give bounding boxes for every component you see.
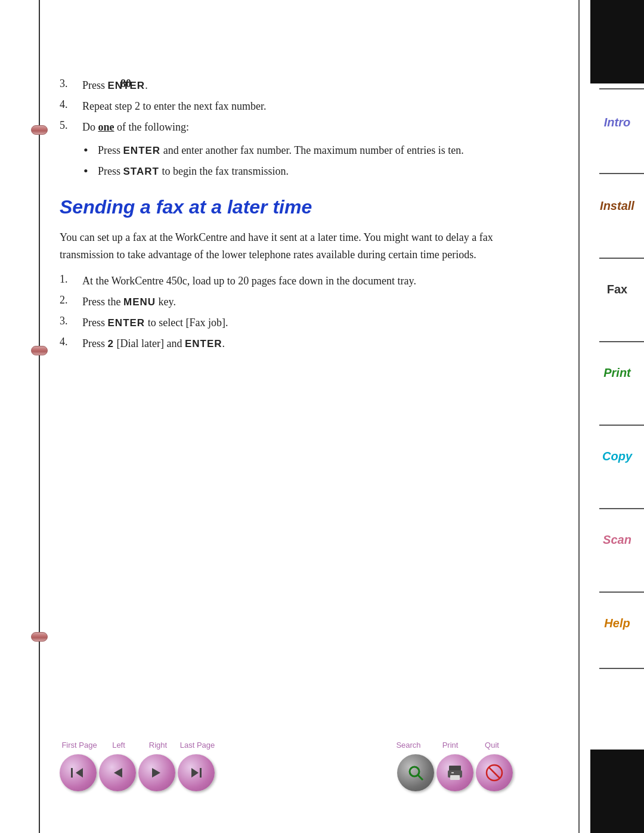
step-3-num: 3.	[60, 78, 76, 90]
quit-icon	[485, 763, 504, 782]
numbered-step-2-text: Press the MENU key.	[82, 294, 176, 310]
numbered-steps: 1. At the WorkCentre 450c, load up to 20…	[60, 273, 513, 352]
numbered-step-4-num: 4.	[60, 336, 76, 348]
sidebar-tab-copy[interactable]: Copy	[590, 429, 644, 483]
binder-rings	[0, 0, 54, 833]
tab-line-intro-bottom	[599, 173, 644, 174]
search-label: Search	[396, 741, 420, 750]
bullet-2: • Press START to begin the fax transmiss…	[83, 163, 513, 179]
last-page-label: Last Page	[180, 741, 215, 750]
svg-marker-4	[191, 768, 199, 778]
step-3: 3. Press ENTER.	[60, 78, 513, 94]
last-page-icon	[188, 766, 205, 779]
step-4: 4. Repeat step 2 to enter the next fax n…	[60, 98, 513, 114]
sidebar-tab-intro[interactable]: Intro	[590, 95, 644, 149]
numbered-step-4-text: Press 2 [Dial later] and ENTER.	[82, 336, 225, 352]
right-sidebar: Intro Install Fax Print Copy Scan Help	[578, 0, 644, 833]
search-button[interactable]	[397, 754, 434, 791]
sidebar-bottom-block	[590, 750, 644, 833]
fax-tab-label: Fax	[607, 283, 627, 296]
ring-top	[31, 125, 48, 135]
print-label: Print	[442, 741, 459, 750]
nav-buttons-row	[60, 754, 513, 791]
numbered-step-2-num: 2.	[60, 294, 76, 306]
numbered-step-1-num: 1.	[60, 273, 76, 286]
bullet-2-text: Press START to begin the fax transmissio…	[98, 163, 289, 179]
step-3-text: Press ENTER.	[82, 78, 148, 94]
left-label: Left	[112, 741, 125, 750]
step-4-text: Repeat step 2 to enter the next fax numb…	[82, 98, 266, 114]
first-page-button[interactable]	[60, 754, 97, 791]
ring-bottom	[31, 632, 48, 642]
svg-rect-10	[450, 775, 460, 780]
nav-bar: First Page Left Right Last Page Search P…	[60, 738, 513, 791]
section-heading: Sending a fax at a later time	[60, 196, 513, 218]
quit-label: Quit	[485, 741, 499, 750]
numbered-step-1: 1. At the WorkCentre 450c, load up to 20…	[60, 273, 513, 289]
numbered-step-1-text: At the WorkCentre 450c, load up to 20 pa…	[82, 273, 416, 289]
tab-line-intro-top	[599, 88, 644, 89]
help-tab-label: Help	[604, 617, 630, 630]
tab-line-scan-bottom	[599, 592, 644, 593]
left-button[interactable]	[99, 754, 136, 791]
numbered-step-4: 4. Press 2 [Dial later] and ENTER.	[60, 336, 513, 352]
tab-line-print-bottom	[599, 425, 644, 426]
bullet-1-text: Press ENTER and enter another fax number…	[98, 143, 464, 159]
tab-line-install-bottom	[599, 258, 644, 259]
svg-marker-3	[152, 768, 160, 778]
step-4-num: 4.	[60, 98, 76, 111]
search-icon	[406, 763, 425, 782]
ring-middle	[31, 346, 48, 355]
step-5-text: Do one of the following:	[82, 119, 189, 135]
bullet-dot-2: •	[83, 163, 93, 179]
print-nav-button[interactable]	[436, 754, 473, 791]
svg-rect-5	[200, 768, 202, 778]
numbered-step-3: 3. Press ENTER to select [Fax job].	[60, 315, 513, 331]
numbered-step-3-text: Press ENTER to select [Fax job].	[82, 315, 228, 331]
right-label: Right	[149, 741, 167, 750]
svg-line-13	[489, 767, 500, 778]
numbered-step-2: 2. Press the MENU key.	[60, 294, 513, 310]
sidebar-tab-help[interactable]: Help	[590, 596, 644, 650]
scan-tab-label: Scan	[603, 533, 631, 547]
left-arrow-icon	[110, 766, 125, 779]
body-paragraph: You can set up a fax at the WorkCentre a…	[60, 229, 513, 264]
initial-steps: 3. Press ENTER. 4. Repeat step 2 to ente…	[60, 78, 513, 135]
right-button[interactable]	[138, 754, 175, 791]
install-tab-label: Install	[600, 199, 634, 213]
main-content: 3. Press ENTER. 4. Repeat step 2 to ente…	[60, 78, 513, 359]
bullet-1: • Press ENTER and enter another fax numb…	[83, 143, 513, 159]
sidebar-tab-scan[interactable]: Scan	[590, 513, 644, 566]
copy-tab-label: Copy	[602, 450, 632, 463]
quit-button[interactable]	[476, 754, 513, 791]
tab-line-copy-bottom	[599, 508, 644, 509]
svg-line-7	[418, 775, 423, 780]
right-arrow-icon	[150, 766, 164, 779]
print-tab-label: Print	[603, 366, 631, 380]
svg-rect-11	[451, 772, 454, 773]
svg-point-6	[410, 767, 419, 776]
sidebar-tab-print[interactable]: Print	[590, 346, 644, 400]
bullet-list: • Press ENTER and enter another fax numb…	[83, 143, 513, 179]
sidebar-tab-install[interactable]: Install	[590, 179, 644, 233]
step-5-num: 5.	[60, 119, 76, 132]
svg-marker-1	[76, 768, 83, 778]
intro-tab-label: Intro	[604, 116, 630, 129]
first-page-icon	[70, 766, 86, 779]
sidebar-tab-fax[interactable]: Fax	[590, 262, 644, 316]
tab-line-fax-bottom	[599, 341, 644, 342]
last-page-button[interactable]	[178, 754, 215, 791]
tab-line-help-bottom	[599, 668, 644, 669]
svg-rect-0	[71, 768, 73, 778]
print-icon	[445, 764, 465, 781]
svg-marker-2	[114, 768, 122, 778]
sidebar-top-block	[590, 0, 644, 83]
bullet-dot-1: •	[83, 143, 93, 158]
numbered-step-3-num: 3.	[60, 315, 76, 327]
step-5: 5. Do one of the following:	[60, 119, 513, 135]
nav-labels-row: First Page Left Right Last Page Search P…	[60, 738, 513, 751]
first-page-label: First Page	[61, 741, 97, 750]
